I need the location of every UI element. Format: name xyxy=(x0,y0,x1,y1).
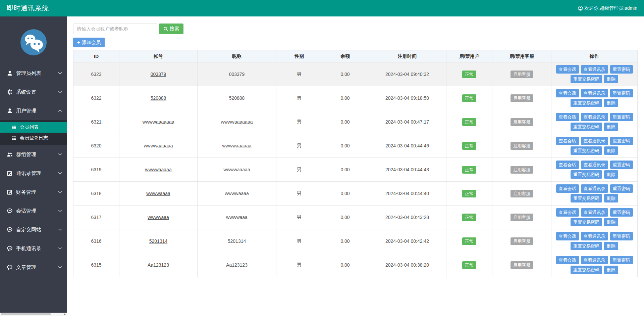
user-status-badge[interactable]: 正常 xyxy=(462,142,476,150)
view-contacts-button[interactable]: 查看通讯录 xyxy=(581,65,608,74)
scrollbar-arrow-icon[interactable] xyxy=(64,313,66,315)
service-status-badge[interactable]: 启用客服 xyxy=(511,94,533,102)
sidebar-item-contacts-management[interactable]: 通讯录管理 xyxy=(0,164,67,183)
cell-id: 6317 xyxy=(73,206,119,229)
add-member-button[interactable]: + 添加会员 xyxy=(73,38,105,47)
reset-trade-password-button[interactable]: 重置交易密码 xyxy=(571,99,602,107)
reset-password-button[interactable]: 重置密码 xyxy=(610,137,633,145)
view-contacts-button[interactable]: 查看通讯录 xyxy=(581,113,608,121)
reset-trade-password-button[interactable]: 重置交易密码 xyxy=(571,266,602,274)
delete-button[interactable]: 删除 xyxy=(604,146,618,155)
delete-button[interactable]: 删除 xyxy=(604,242,618,250)
cell-user-status: 正常 xyxy=(446,134,492,158)
reset-password-button[interactable]: 重置密码 xyxy=(610,256,633,264)
view-contacts-button[interactable]: 查看通讯录 xyxy=(581,161,608,169)
sidebar-item-label: 文章管理 xyxy=(16,264,36,271)
cell-actions: 查看会话查看通讯录重置密码重置交易密码删除 xyxy=(551,62,638,86)
reset-trade-password-button[interactable]: 重置交易密码 xyxy=(571,242,602,250)
reset-password-button[interactable]: 重置密码 xyxy=(610,113,633,121)
account-link[interactable]: wwwwaaaaaaa xyxy=(143,119,174,125)
user-status-badge[interactable]: 正常 xyxy=(462,118,476,126)
reset-trade-password-button[interactable]: 重置交易密码 xyxy=(571,170,602,179)
sidebar-item-phone-contacts[interactable]: 手机通讯录 xyxy=(0,239,67,258)
delete-button[interactable]: 删除 xyxy=(604,194,618,202)
service-status-badge[interactable]: 启用客服 xyxy=(511,261,533,269)
view-session-button[interactable]: 查看会话 xyxy=(556,161,579,169)
view-contacts-button[interactable]: 查看通讯录 xyxy=(581,208,608,217)
reset-password-button[interactable]: 重置密码 xyxy=(610,208,633,217)
reset-password-button[interactable]: 重置密码 xyxy=(610,232,633,240)
search-input[interactable] xyxy=(73,24,157,34)
view-session-button[interactable]: 查看会话 xyxy=(556,184,579,193)
delete-button[interactable]: 删除 xyxy=(604,99,618,107)
delete-button[interactable]: 删除 xyxy=(604,75,618,83)
delete-button[interactable]: 删除 xyxy=(604,218,618,226)
reset-password-button[interactable]: 重置密码 xyxy=(610,89,633,97)
service-status-badge[interactable]: 启用客服 xyxy=(511,190,533,197)
view-session-button[interactable]: 查看会话 xyxy=(556,89,579,97)
table-row: 6319wwwwaaaaawwwwaaaaa男0.002024-03-04 00… xyxy=(73,158,638,182)
view-session-button[interactable]: 查看会话 xyxy=(556,137,579,145)
column-header: 性别 xyxy=(276,50,322,62)
reset-trade-password-button[interactable]: 重置交易密码 xyxy=(571,194,602,202)
scrollbar-thumb[interactable] xyxy=(1,313,51,315)
delete-button[interactable]: 删除 xyxy=(604,266,618,274)
cell-service-status: 启用客服 xyxy=(492,229,551,253)
account-link[interactable]: wwwwaaaa xyxy=(146,191,170,196)
sidebar-item-finance-management[interactable]: 财务管理 xyxy=(0,183,67,201)
sidebar-item-label: 手机通讯录 xyxy=(16,245,41,252)
user-status-badge[interactable]: 正常 xyxy=(462,237,476,245)
sidebar-item-custom-website[interactable]: 自定义网站 xyxy=(0,220,67,239)
sidebar-item-label: 财务管理 xyxy=(16,189,36,195)
reset-password-button[interactable]: 重置密码 xyxy=(610,65,633,74)
sidebar-item-member-list[interactable]: 会员列表 xyxy=(0,122,67,133)
sidebar-item-member-login-log[interactable]: 会员登录日志 xyxy=(0,133,67,143)
sidebar-item-system-settings[interactable]: 系统设置 xyxy=(0,83,67,101)
sidebar-item-user-management[interactable]: 用户管理 xyxy=(0,101,67,120)
account-link[interactable]: 5201314 xyxy=(149,238,168,244)
service-status-badge[interactable]: 启用客服 xyxy=(511,142,533,150)
search-button[interactable]: 搜索 xyxy=(159,24,183,34)
sidebar-item-admin-list[interactable]: 管理员列表 xyxy=(0,64,67,83)
account-link[interactable]: Aa123123 xyxy=(148,262,169,268)
reset-trade-password-button[interactable]: 重置交易密码 xyxy=(571,123,602,131)
user-status-badge[interactable]: 正常 xyxy=(462,71,476,78)
view-contacts-button[interactable]: 查看通讯录 xyxy=(581,137,608,145)
account-link[interactable]: 520888 xyxy=(151,95,166,101)
delete-button[interactable]: 删除 xyxy=(604,123,618,131)
sidebar-item-article-management[interactable]: 文章管理 xyxy=(0,258,67,277)
account-link[interactable]: 003379 xyxy=(151,72,166,77)
delete-button[interactable]: 删除 xyxy=(604,170,618,179)
user-status-badge[interactable]: 正常 xyxy=(462,94,476,102)
service-status-badge[interactable]: 启用客服 xyxy=(511,118,533,126)
user-status-badge[interactable]: 正常 xyxy=(462,261,476,269)
view-session-button[interactable]: 查看会话 xyxy=(556,256,579,264)
view-session-button[interactable]: 查看会话 xyxy=(556,65,579,74)
reset-trade-password-button[interactable]: 重置交易密码 xyxy=(571,218,602,226)
service-status-badge[interactable]: 启用客服 xyxy=(511,237,533,245)
view-session-button[interactable]: 查看会话 xyxy=(556,208,579,217)
sidebar-item-session-management[interactable]: 会话管理 xyxy=(0,201,67,220)
reset-password-button[interactable]: 重置密码 xyxy=(610,184,633,193)
user-status-badge[interactable]: 正常 xyxy=(462,214,476,221)
horizontal-scrollbar[interactable] xyxy=(0,313,67,316)
reset-trade-password-button[interactable]: 重置交易密码 xyxy=(571,75,602,83)
view-session-button[interactable]: 查看会话 xyxy=(556,232,579,240)
reset-password-button[interactable]: 重置密码 xyxy=(610,161,633,169)
service-status-badge[interactable]: 启用客服 xyxy=(511,214,533,221)
user-status-badge[interactable]: 正常 xyxy=(462,190,476,197)
cell-balance: 0.00 xyxy=(322,229,368,253)
view-session-button[interactable]: 查看会话 xyxy=(556,113,579,121)
account-link[interactable]: wwwwaaa xyxy=(148,215,169,220)
account-link[interactable]: wwwwaaaaa xyxy=(145,167,171,172)
view-contacts-button[interactable]: 查看通讯录 xyxy=(581,256,608,264)
sidebar-item-group-management[interactable]: 群组管理 xyxy=(0,145,67,164)
account-link[interactable]: wwwwaaaaaa xyxy=(144,143,173,148)
reset-trade-password-button[interactable]: 重置交易密码 xyxy=(571,146,602,155)
user-status-badge[interactable]: 正常 xyxy=(462,166,476,174)
view-contacts-button[interactable]: 查看通讯录 xyxy=(581,89,608,97)
service-status-badge[interactable]: 启用客服 xyxy=(511,71,533,78)
service-status-badge[interactable]: 启用客服 xyxy=(511,166,533,174)
view-contacts-button[interactable]: 查看通讯录 xyxy=(581,232,608,240)
view-contacts-button[interactable]: 查看通讯录 xyxy=(581,184,608,193)
